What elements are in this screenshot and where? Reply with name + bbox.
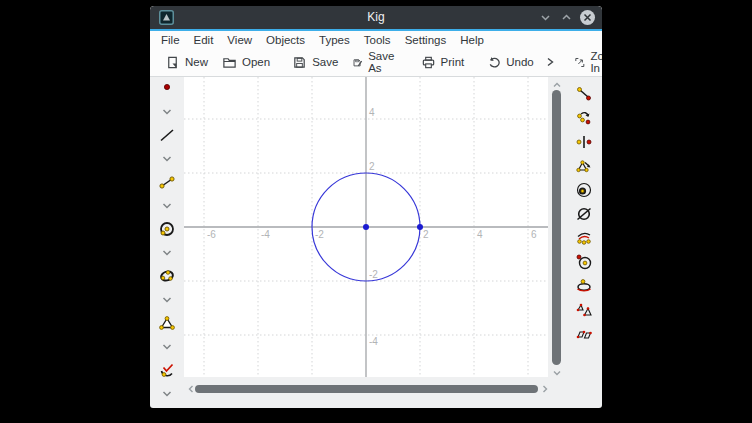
menu-edit[interactable]: Edit [194, 34, 214, 46]
maximize-icon[interactable] [559, 11, 573, 25]
chevron-down-icon [160, 105, 174, 119]
arc-tool-expander[interactable] [158, 385, 176, 402]
similarity-tool-button[interactable] [575, 301, 593, 319]
printer-icon [421, 55, 436, 70]
x-tick-label: 6 [531, 229, 537, 240]
polygon-icon [158, 314, 176, 332]
circle-tool-expander[interactable] [158, 244, 176, 261]
segment-icon [158, 173, 176, 191]
open-folder-icon [222, 55, 237, 70]
conic-tool-button[interactable] [158, 267, 176, 285]
circle-slash-tool-button[interactable] [575, 205, 593, 223]
rotate-icon [575, 109, 593, 127]
chevron-down-icon [160, 340, 174, 354]
conic-icon [158, 267, 176, 285]
titlebar[interactable]: Kig [150, 6, 602, 29]
vertical-scrollbar-thumb[interactable] [552, 90, 561, 365]
menu-view[interactable]: View [227, 34, 252, 46]
y-tick-label: 4 [369, 107, 375, 118]
open-button[interactable]: Open [215, 52, 277, 73]
similitude-icon [575, 229, 593, 247]
polygon-tool-expander[interactable] [158, 338, 176, 355]
x-tick-label: -2 [315, 229, 324, 240]
inversion-icon [575, 181, 593, 199]
translate-icon [575, 85, 593, 103]
menu-help[interactable]: Help [460, 34, 484, 46]
circle-slash-icon [575, 205, 593, 223]
geometry-canvas[interactable]: -6-4-224642-2-4 [184, 77, 548, 377]
chevron-down-icon [160, 387, 174, 401]
arc-tool-button[interactable] [158, 361, 176, 379]
chevron-down-icon [160, 199, 174, 213]
point-tool-expander[interactable] [158, 103, 176, 120]
translate-tool-button[interactable] [575, 85, 593, 103]
y-tick-label: 2 [369, 161, 375, 172]
conic-tool-expander[interactable] [158, 291, 176, 308]
mirror-tool-button[interactable] [575, 157, 593, 175]
new-document-icon [165, 55, 180, 70]
menu-objects[interactable]: Objects [266, 34, 305, 46]
mirror-icon [575, 157, 593, 175]
menubar: File Edit View Objects Types Tools Setti… [150, 31, 602, 48]
save-floppy-icon [292, 55, 307, 70]
inversion-tool-button[interactable] [575, 181, 593, 199]
line-tool-expander[interactable] [158, 150, 176, 167]
save-as-button[interactable]: Save As [345, 47, 405, 77]
kig-window: Kig File Edit View Objects Types Tools [150, 6, 602, 408]
y-tick-label: -4 [369, 336, 378, 347]
point-tool-button[interactable] [158, 79, 176, 97]
menu-tools[interactable]: Tools [364, 34, 391, 46]
menu-types[interactable]: Types [319, 34, 350, 46]
similitude-tool-button[interactable] [575, 229, 593, 247]
vertical-scrollbar[interactable] [548, 77, 565, 377]
circle-tool-button[interactable] [158, 220, 176, 238]
projective-rotation-tool-button[interactable] [575, 277, 593, 295]
toolbar: New Open Save [150, 48, 602, 77]
y-tick-label: -2 [369, 269, 378, 280]
menu-file[interactable]: File [161, 34, 180, 46]
menu-settings[interactable]: Settings [405, 34, 447, 46]
x-tick-label: 2 [423, 229, 429, 240]
line-icon [158, 126, 176, 144]
rotation-tool-button[interactable] [575, 253, 593, 271]
print-button[interactable]: Print [414, 52, 472, 73]
chevron-down-icon [160, 246, 174, 260]
x-tick-label: -6 [207, 229, 216, 240]
scroll-down-icon[interactable] [552, 368, 562, 378]
desktop-background: Kig File Edit View Objects Types Tools [0, 0, 752, 423]
left-toolbox [150, 77, 184, 402]
point-object [363, 224, 369, 230]
horizontal-scrollbar[interactable] [184, 380, 550, 398]
save-as-floppy-pencil-icon [352, 55, 363, 70]
zoom-in-button[interactable]: Zoom In [567, 47, 602, 77]
close-button[interactable] [580, 10, 595, 25]
affinity-tool-button[interactable] [575, 325, 593, 343]
chevron-down-icon [160, 152, 174, 166]
segment-tool-button[interactable] [158, 173, 176, 191]
point-reflection-tool-button[interactable] [575, 133, 593, 151]
chevron-down-icon [160, 293, 174, 307]
scroll-up-icon[interactable] [552, 80, 562, 90]
point-icon [158, 79, 176, 97]
save-button[interactable]: Save [285, 52, 345, 73]
affinity-icon [575, 325, 593, 343]
window-controls [538, 6, 595, 29]
polygon-tool-button[interactable] [158, 314, 176, 332]
arc-icon [158, 361, 176, 379]
x-tick-label: -4 [261, 229, 270, 240]
circle-icon [158, 220, 176, 238]
projective-rotation-icon [575, 277, 593, 295]
minimize-icon[interactable] [538, 11, 552, 25]
rotate-tool-button[interactable] [575, 109, 593, 127]
line-tool-button[interactable] [158, 126, 176, 144]
x-tick-label: 4 [477, 229, 483, 240]
new-button[interactable]: New [158, 52, 215, 73]
undo-dropdown-chevron-icon[interactable] [541, 53, 559, 71]
rotation-icon [575, 253, 593, 271]
right-toolbox [566, 77, 602, 377]
undo-button[interactable]: Undo [479, 52, 541, 73]
undo-arrow-icon [486, 55, 501, 70]
segment-tool-expander[interactable] [158, 197, 176, 214]
horizontal-scrollbar-thumb[interactable] [195, 385, 538, 393]
scroll-right-icon[interactable] [540, 384, 550, 394]
